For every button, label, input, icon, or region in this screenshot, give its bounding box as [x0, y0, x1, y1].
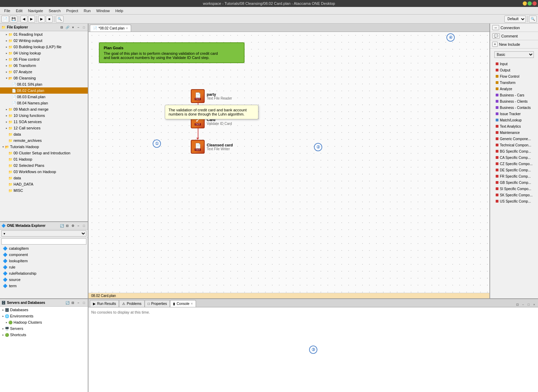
- servers-item-0[interactable]: ▸🗄️Databases: [0, 307, 88, 313]
- palette-item-21[interactable]: SK Specific Compo...: [490, 192, 538, 198]
- fe-link-icon[interactable]: 🔗: [65, 25, 70, 30]
- meta-item-component[interactable]: 🔷component: [0, 252, 88, 258]
- tab-problems[interactable]: ⚠ Problems: [119, 300, 144, 307]
- servers-item-3[interactable]: ▸🖥️Servers: [0, 325, 88, 332]
- palette-item-11[interactable]: Maintenance: [490, 129, 538, 136]
- metadata-dropdown[interactable]: ▾: [1, 230, 86, 237]
- meta-icon2[interactable]: ⊟: [65, 223, 70, 228]
- menu-search[interactable]: Search: [46, 8, 63, 14]
- meta-item-term[interactable]: 🔷term: [0, 283, 88, 289]
- file-explorer-item-fe-08-04[interactable]: 📄08.04 Names.plan: [0, 100, 88, 106]
- file-explorer-item-fe-03[interactable]: ▸📁03 Building lookup (LKP) file: [0, 44, 88, 50]
- file-explorer-item-fe-remote[interactable]: 📁remote_archives: [0, 137, 88, 144]
- palette-item-12[interactable]: Generic Compone...: [490, 136, 538, 142]
- file-explorer-item-fe-09[interactable]: ▸📁09 Match and merge: [0, 106, 88, 112]
- fe-maximize-icon[interactable]: □: [82, 25, 86, 30]
- menu-file[interactable]: File: [1, 8, 13, 14]
- console-tab-close[interactable]: ×: [191, 302, 193, 306]
- meta-maximize-icon[interactable]: □: [82, 223, 86, 228]
- menu-window[interactable]: Window: [93, 8, 112, 14]
- meta-item-rule[interactable]: 🔷rule: [0, 264, 88, 270]
- servers-item-2[interactable]: ▸🟢Hadoop Clusters: [0, 319, 88, 325]
- tb-stop[interactable]: ■: [46, 16, 53, 23]
- file-explorer-item-fe-08-03[interactable]: 📄08.03 Email.plan: [0, 94, 88, 100]
- tb-search[interactable]: 🔍: [56, 16, 63, 23]
- tb-run[interactable]: ▶: [38, 16, 45, 23]
- file-explorer-item-fe-07[interactable]: ▸📁07 Analyze: [0, 69, 88, 75]
- editor-tab-card-plan[interactable]: 📄 *08.02 Card.plan ×: [90, 25, 131, 32]
- file-explorer-item-fe-th-02[interactable]: 📁02 Selected Plans: [0, 162, 88, 169]
- palette-connection-btn[interactable]: ↔: [492, 25, 499, 30]
- console-close-icon[interactable]: ×: [532, 302, 537, 307]
- servers-icon2[interactable]: ⊟: [70, 300, 75, 305]
- file-explorer-item-fe-04[interactable]: ▸📁04 Using lookup: [0, 50, 88, 56]
- servers-item-1[interactable]: ▸🌐Environments: [0, 313, 88, 319]
- meta-item-catalogItem[interactable]: 🔷catalogItem: [0, 245, 88, 252]
- flow-node-cleansed[interactable]: 📄 TXT Cleansed card Text File Writer: [191, 140, 233, 154]
- meta-item-lookupItem[interactable]: 🔷lookupItem: [0, 258, 88, 264]
- file-explorer-item-fe-th-data[interactable]: 📁data: [0, 175, 88, 181]
- metadata-search-input[interactable]: [1, 238, 86, 245]
- tb-save[interactable]: 💾: [10, 16, 17, 23]
- palette-item-1[interactable]: Output: [490, 67, 538, 73]
- editor-minimize-icon[interactable]: −: [524, 1, 529, 6]
- palette-item-22[interactable]: US Specific Comp...: [490, 198, 538, 204]
- palette-item-9[interactable]: Match/Lookup: [490, 117, 538, 123]
- palette-item-10[interactable]: Text Analytics: [490, 123, 538, 129]
- flow-node-party[interactable]: 📄 TXT party Text File Reader: [191, 89, 232, 103]
- file-explorer-item-fe-08-01[interactable]: 📄08.01 SIN.plan: [0, 81, 88, 87]
- fe-collapse-icon[interactable]: ⊟: [59, 25, 64, 30]
- console-minimize-icon[interactable]: −: [521, 302, 526, 307]
- fe-menu-icon[interactable]: ▾: [70, 25, 75, 30]
- file-explorer-item-fe-th-01[interactable]: 📁01 Hadoop: [0, 156, 88, 162]
- palette-item-2[interactable]: Flow Control: [490, 73, 538, 79]
- tb-search-global[interactable]: 🔍: [529, 16, 537, 23]
- palette-item-15[interactable]: CA Specific Comp...: [490, 154, 538, 161]
- palette-item-19[interactable]: GB Specific Comp...: [490, 179, 538, 186]
- console-open-icon[interactable]: ⊡: [515, 302, 520, 307]
- tab-properties[interactable]: □ Properties: [145, 300, 170, 307]
- canvas-area[interactable]: ④ Plan Goals The goal of this plan is to…: [88, 32, 489, 293]
- palette-item-16[interactable]: CZ Specific Compo...: [490, 161, 538, 167]
- menu-project[interactable]: Project: [63, 8, 81, 14]
- palette-item-5[interactable]: Business - Cars: [490, 92, 538, 98]
- console-maximize-icon[interactable]: □: [526, 302, 531, 307]
- meta-icon3[interactable]: ⚙: [70, 223, 75, 228]
- palette-item-7[interactable]: Business - Contacts: [490, 104, 538, 111]
- file-explorer-item-fe-th-misc[interactable]: 📁MISC: [0, 187, 88, 194]
- menu-help[interactable]: Help: [113, 8, 126, 14]
- menu-navigate[interactable]: Navigate: [25, 8, 46, 14]
- meta-icon1[interactable]: 🔃: [59, 223, 64, 228]
- palette-item-18[interactable]: FR Specific Comp...: [490, 173, 538, 179]
- file-explorer-item-fe-08-02[interactable]: 📄08.02 Card.plan: [0, 87, 88, 94]
- editor-tab-close[interactable]: ×: [126, 26, 128, 30]
- tb-new[interactable]: 📄: [1, 16, 9, 23]
- meta-minimize-icon[interactable]: −: [76, 223, 81, 228]
- palette-item-6[interactable]: Business - Clients: [490, 98, 538, 104]
- tab-console[interactable]: ▮ Console ×: [170, 300, 196, 307]
- file-explorer-item-fe-10[interactable]: ▸📁10 Using functions: [0, 112, 88, 119]
- file-explorer-item-fe-06[interactable]: ▸📁06 Transform: [0, 62, 88, 69]
- servers-minimize-icon[interactable]: −: [76, 300, 81, 305]
- menu-edit[interactable]: Edit: [13, 8, 25, 14]
- palette-item-3[interactable]: Transform: [490, 79, 538, 86]
- file-explorer-item-fe-11[interactable]: ▸📁11 SOA services: [0, 119, 88, 125]
- file-explorer-item-fe-02[interactable]: ▸📁02 Writing output: [0, 37, 88, 44]
- palette-item-4[interactable]: Analyze: [490, 86, 538, 92]
- file-explorer-item-fe-12[interactable]: ▸📁12 Call services: [0, 125, 88, 131]
- tb-forward[interactable]: ▶: [28, 16, 35, 23]
- fe-minimize-icon[interactable]: −: [76, 25, 81, 30]
- file-explorer-item-fe-05[interactable]: ▸📁05 Flow control: [0, 56, 88, 62]
- file-explorer-item-fe-tutorials-hadoop[interactable]: ▾📂Tutorials Hadoop: [0, 144, 88, 150]
- palette-category-dropdown[interactable]: Basic: [494, 51, 534, 58]
- palette-item-0[interactable]: Input: [490, 61, 538, 67]
- tab-run-results[interactable]: ▶ Run Results: [90, 300, 119, 307]
- file-explorer-item-fe-th-00[interactable]: 📁00 Cluster Setup and Introduction: [0, 150, 88, 156]
- palette-item-17[interactable]: DE Specific Comp...: [490, 167, 538, 173]
- servers-maximize-icon[interactable]: □: [82, 300, 86, 305]
- palette-item-20[interactable]: SI Specific Compo...: [490, 186, 538, 192]
- meta-item-source[interactable]: 🔷source: [0, 276, 88, 283]
- file-explorer-item-fe-data[interactable]: 📁data: [0, 131, 88, 137]
- palette-item-14[interactable]: BG Specific Comp...: [490, 148, 538, 154]
- file-explorer-item-fe-01[interactable]: ▸📁01 Reading Input: [0, 31, 88, 37]
